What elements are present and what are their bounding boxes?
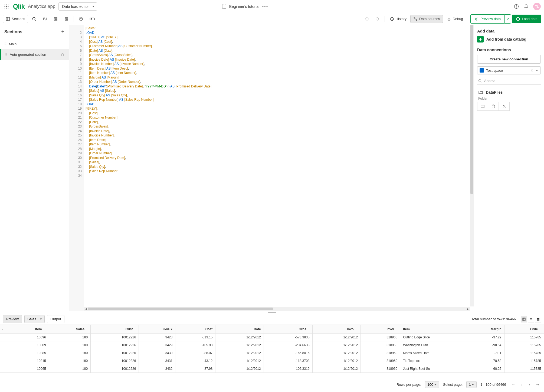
sections-panel: Sections + ⠿Main⠿Auto-generated section [0,25,69,311]
code-area[interactable]: [Sales]:LOAD [%KEY] AS [%KEY], [Cost] AS… [84,25,474,311]
table-row[interactable]: 10696180100122263428-513.151/12/2012-573… [0,334,544,341]
redo-icon[interactable] [373,15,382,23]
space-dropdown[interactable]: Test space ✕ ▼ [477,66,541,74]
last-page-icon[interactable]: ⇥ [534,381,541,388]
page-select[interactable]: 1 [466,381,477,388]
svg-point-6 [5,8,5,8]
clear-space-icon[interactable]: ✕ [530,68,533,73]
column-header[interactable]: Cust… [91,325,139,334]
svg-line-34 [415,18,416,19]
indent-icon[interactable] [51,15,61,23]
space-icon [480,68,484,73]
help-toolbar-icon[interactable]: ? [76,15,86,23]
rows-per-page-label: Rows per page: [396,383,421,387]
connection-type: Folder [477,97,541,100]
column-header[interactable]: ↑↓Item … [0,325,49,334]
column-header[interactable]: Invoi… [312,325,361,334]
preview-data-button[interactable]: Preview data [470,14,505,24]
delete-icon[interactable] [61,53,64,57]
chevron-down-icon[interactable]: ▼ [536,69,538,72]
output-tab[interactable]: Output [47,315,64,323]
column-header[interactable]: Date [215,325,264,334]
section-item[interactable]: ⠿Auto-generated section [0,49,69,60]
add-from-catalog-button[interactable]: + Add from data catalog [477,36,541,43]
column-header[interactable]: Gros… [264,325,312,334]
column-header[interactable]: %KEY [139,325,175,334]
column-header[interactable]: Sales… [49,325,90,334]
bell-icon[interactable] [523,4,529,9]
table-row[interactable]: 10385180100122263430-88.071/12/2012-165.… [0,349,544,357]
edit-connection-icon[interactable] [499,102,510,111]
undo-icon[interactable] [362,15,372,23]
editor-hscroll[interactable]: ◀ ▶ [84,307,470,311]
section-label: Auto-generated section [10,53,46,57]
svg-rect-57 [538,318,539,319]
top-bar: Qlik Analytics app Data load editor Begi… [0,0,544,13]
svg-rect-12 [6,17,9,21]
svg-point-33 [416,19,417,21]
help-icon[interactable]: ? [514,4,519,9]
search-input[interactable] [484,79,540,83]
table-row[interactable]: 10215180100122263431-43.121/12/2012-118.… [0,357,544,365]
column-header[interactable]: Orde… [504,325,544,334]
svg-rect-58 [537,319,538,321]
add-section-button[interactable]: + [61,29,64,35]
prev-page-icon[interactable]: ‹ [518,381,525,388]
mode-dropdown[interactable]: Data load editor [58,2,97,11]
sections-button[interactable]: Sections [3,15,28,23]
drag-handle-icon[interactable]: ⠿ [5,53,7,57]
preview-table-select[interactable]: Sales [24,315,45,323]
preview-table[interactable]: ↑↓Item …Sales…Cust…%KEYCostDateGros…Invo… [0,325,544,379]
next-page-icon[interactable]: › [526,381,533,388]
toolbar: Sections ? History Data sources Debug Pr… [0,13,544,25]
tutorial-title: Beginner's tutorial ••• [222,4,268,9]
table-row[interactable]: 10009180100122263429-105.931/12/2012-204… [0,341,544,349]
svg-rect-56 [537,318,538,319]
insert-script-icon[interactable] [488,102,499,111]
column-header[interactable]: Margin [465,325,504,334]
comment-icon[interactable] [40,15,50,23]
preview-data-dropdown[interactable] [505,14,511,24]
data-sources-button[interactable]: Data sources [410,15,443,23]
table-row[interactable]: 10965180100122263432-37.981/12/2012-102.… [0,365,544,373]
page-range: 1 - 100 of 96466 [480,383,506,387]
svg-point-30 [90,18,92,19]
connection-search[interactable] [477,77,541,85]
view-list-icon[interactable] [528,316,534,322]
rows-per-page-select[interactable]: 100 [425,381,439,388]
preview-tab[interactable]: Preview [3,315,22,323]
view-grid-icon[interactable] [535,316,541,322]
column-header[interactable]: Cost [175,325,215,334]
create-connection-button[interactable]: Create new connection [477,55,541,64]
section-label: Main [9,42,17,46]
editor-vscroll[interactable] [470,25,474,306]
svg-rect-9 [222,5,226,8]
svg-point-0 [5,4,5,5]
select-page-label: Select page: [443,383,463,387]
avatar[interactable]: TL [533,3,541,10]
line-gutter: 1234567891011121314151617181920212223242… [69,25,84,311]
drag-handle-icon[interactable]: ⠿ [4,42,6,46]
first-page-icon[interactable]: ⇤ [510,381,516,388]
section-item[interactable]: ⠿Main [0,39,69,49]
debug-button[interactable]: Debug [444,15,466,23]
history-button[interactable]: History [387,15,409,23]
outdent-icon[interactable] [62,15,71,23]
load-data-button[interactable]: Load data [512,15,541,23]
toggle-icon[interactable] [87,15,98,22]
view-table-icon[interactable] [521,316,527,322]
search-icon[interactable] [29,15,39,23]
select-data-icon[interactable] [477,102,488,111]
column-header[interactable]: Invoi… [361,325,400,334]
connection-item[interactable]: DataFiles [477,88,541,97]
scroll-right-icon[interactable]: ▶ [466,307,470,311]
svg-point-8 [8,8,9,8]
panel-resizer[interactable] [0,311,544,313]
more-icon[interactable]: ••• [262,4,268,9]
column-header[interactable]: Item … [400,325,465,334]
scroll-left-icon[interactable]: ◀ [84,307,88,311]
code-editor[interactable]: 1234567891011121314151617181920212223242… [69,25,474,311]
svg-point-4 [6,6,7,7]
search-icon [478,79,482,83]
app-launcher-icon[interactable] [3,3,10,10]
